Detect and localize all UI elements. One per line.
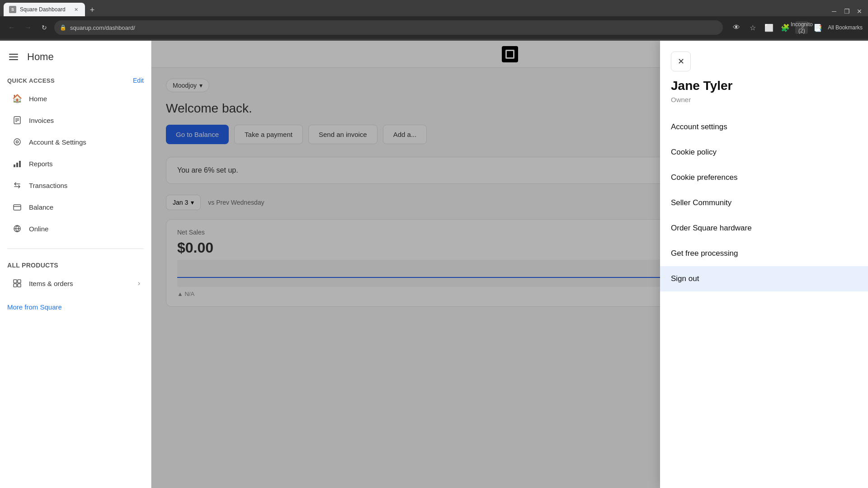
panel-close-button[interactable]: ✕ (671, 52, 691, 71)
section-divider (7, 249, 144, 249)
hamburger-line (9, 56, 18, 57)
panel-menu-item-cookie-policy[interactable]: Cookie policy (660, 140, 868, 165)
svg-point-4 (14, 139, 20, 145)
sidebar-item-transactions[interactable]: Transactions (7, 174, 144, 196)
page-container: Home Quick access Edit 🏠 Home (0, 41, 868, 488)
address-bar[interactable]: 🔒 squarup.com/dashboard/ (54, 20, 723, 35)
all-bookmarks-label: All Bookmarks (828, 24, 863, 31)
sidebar-title: Home (27, 51, 54, 63)
svg-rect-6 (14, 164, 15, 167)
hamburger-line (9, 54, 18, 55)
browser-chrome: S Square Dashboard ✕ + ─ ❐ ✕ ← → ↻ 🔒 squ… (0, 0, 868, 41)
hamburger-line (9, 59, 18, 60)
active-tab[interactable]: S Square Dashboard ✕ (4, 3, 85, 16)
chevron-right-icon: › (138, 279, 140, 287)
all-products-label: All products (7, 258, 144, 272)
back-button[interactable]: ← (5, 21, 18, 34)
minimize-button[interactable]: ─ (829, 6, 839, 16)
edit-button[interactable]: Edit (133, 77, 144, 84)
quick-access-header: Quick access Edit (7, 77, 144, 84)
tab-group-icon[interactable]: ⬜ (763, 21, 775, 34)
sidebar-item-balance[interactable]: Balance (7, 196, 144, 218)
items-orders-left: Items & orders (11, 277, 73, 290)
svg-point-5 (16, 141, 19, 143)
svg-rect-8 (19, 161, 21, 167)
main-content: Moodjoy ▾ Welcome back. Go to Balance Ta… (151, 41, 868, 488)
online-icon (11, 222, 24, 235)
sidebar-item-label: Online (29, 225, 48, 233)
sidebar-item-label: Home (29, 95, 47, 103)
tab-favicon: S (9, 6, 16, 13)
svg-rect-11 (14, 280, 17, 283)
items-orders-label: Items & orders (29, 280, 73, 287)
balance-icon (11, 201, 24, 213)
sidebar-item-account-settings[interactable]: Account & Settings (7, 131, 144, 153)
sidebar-item-home[interactable]: 🏠 Home (7, 88, 144, 109)
svg-rect-9 (14, 205, 21, 210)
sidebar-item-label: Account & Settings (29, 138, 86, 146)
panel-menu-item-order-hardware[interactable]: Order Square hardware (660, 216, 868, 241)
tabs-bar: S Square Dashboard ✕ + ─ ❐ ✕ (0, 0, 868, 16)
quick-access-label: Quick access (7, 77, 55, 84)
lock-icon: 🔒 (60, 24, 66, 31)
profile-icon[interactable]: Incognito (2) (795, 21, 808, 34)
more-from-square-link[interactable]: More from Square (7, 303, 62, 311)
invoices-icon (11, 114, 24, 127)
eye-slash-icon[interactable]: 👁 (730, 21, 743, 34)
bookmark-icon[interactable]: ☆ (746, 21, 759, 34)
items-orders-icon (11, 277, 24, 290)
more-from-square: More from Square (0, 298, 151, 317)
panel-menu: Account settings Cookie policy Cookie pr… (660, 114, 868, 488)
browser-actions: 👁 ☆ ⬜ 🧩 Incognito (2) 📑 All Bookmarks (730, 21, 863, 34)
window-controls: ─ ❐ ✕ (829, 6, 864, 16)
hamburger-button[interactable] (7, 50, 22, 64)
sidebar: Home Quick access Edit 🏠 Home (0, 41, 151, 488)
restore-button[interactable]: ❐ (842, 6, 852, 16)
nav-bar: ← → ↻ 🔒 squarup.com/dashboard/ 👁 ☆ ⬜ 🧩 I… (0, 16, 868, 39)
svg-rect-7 (16, 163, 18, 167)
sidebar-item-label: Invoices (29, 117, 54, 124)
panel-menu-item-get-free-processing[interactable]: Get free processing (660, 241, 868, 266)
account-settings-icon (11, 136, 24, 148)
user-panel: ✕ Jane Tyler Owner Account settings Cook… (660, 41, 868, 488)
tab-title: Square Dashboard (20, 6, 69, 13)
refresh-button[interactable]: ↻ (38, 21, 51, 34)
svg-rect-13 (14, 284, 17, 287)
panel-menu-item-seller-community[interactable]: Seller Community (660, 190, 868, 216)
sidebar-header: Home (0, 41, 151, 73)
panel-user-role: Owner (660, 96, 868, 103)
new-tab-button[interactable]: + (86, 4, 99, 16)
sidebar-item-label: Reports (29, 160, 53, 168)
home-icon: 🏠 (11, 92, 24, 105)
url-text: squarup.com/dashboard/ (70, 24, 135, 31)
panel-user-name: Jane Tyler (660, 79, 868, 93)
sidebar-item-invoices[interactable]: Invoices (7, 109, 144, 131)
svg-rect-12 (18, 280, 21, 283)
close-button[interactable]: ✕ (854, 6, 864, 16)
sidebar-item-online[interactable]: Online (7, 218, 144, 239)
transactions-icon (11, 179, 24, 192)
tab-close-button[interactable]: ✕ (72, 6, 80, 13)
all-products-section: All products Items & orders › (0, 254, 151, 298)
forward-button[interactable]: → (22, 21, 34, 34)
quick-access-section: Quick access Edit 🏠 Home Invoices (0, 73, 151, 243)
sidebar-item-reports[interactable]: Reports (7, 153, 144, 174)
svg-rect-14 (18, 284, 21, 287)
sidebar-item-items-orders[interactable]: Items & orders › (7, 272, 144, 294)
panel-menu-item-cookie-preferences[interactable]: Cookie preferences (660, 165, 868, 190)
extension-icon[interactable]: 🧩 (779, 21, 792, 34)
sidebar-item-label: Transactions (29, 182, 67, 189)
bookmarks-icon[interactable]: 📑 (811, 21, 824, 34)
panel-menu-item-account-settings[interactable]: Account settings (660, 114, 868, 140)
panel-menu-item-sign-out[interactable]: Sign out (660, 266, 868, 291)
reports-icon (11, 157, 24, 170)
sidebar-item-label: Balance (29, 203, 53, 211)
